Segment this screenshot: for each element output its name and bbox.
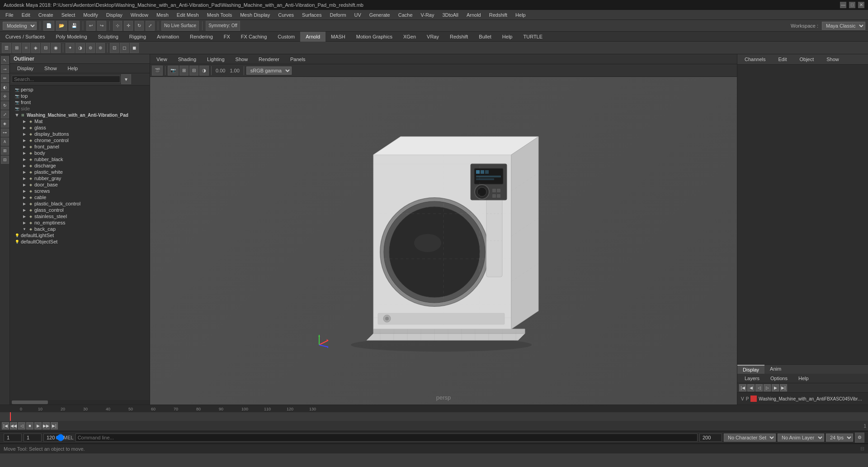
close-button[interactable]: ✕ — [858, 2, 864, 8]
scale-tool-button[interactable]: ⤢ — [146, 21, 155, 31]
tab-poly-modeling[interactable]: Poly Modeling — [50, 32, 92, 42]
play-forward-button[interactable]: ▶ — [34, 422, 42, 429]
layers-menu-help[interactable]: Help — [795, 375, 812, 382]
tree-item-chrome[interactable]: ▶ ◈ chrome_control — [10, 137, 150, 143]
menu-display[interactable]: Display — [103, 11, 126, 19]
tab-redshift[interactable]: Redshift — [444, 32, 473, 42]
tab-rigging[interactable]: Rigging — [124, 32, 151, 42]
object-tab[interactable]: Object — [796, 56, 817, 63]
outliner-scrollbar[interactable] — [10, 400, 150, 405]
rotate-tool2[interactable]: ↻ — [1, 101, 9, 110]
menu-surfaces[interactable]: Surfaces — [298, 11, 325, 19]
menu-3dtoall[interactable]: 3DtoAll — [439, 11, 462, 19]
snap-grid-button[interactable]: ⊞ — [12, 43, 21, 53]
no-live-surface-button[interactable]: No Live Surface — [161, 21, 199, 31]
vp-shade-button[interactable]: ◑ — [199, 66, 209, 76]
viewport-menu-show[interactable]: Show — [232, 56, 252, 63]
prefs-button[interactable]: ⚙ — [855, 433, 864, 443]
menu-arnold[interactable]: Arnold — [463, 11, 485, 19]
open-scene-button[interactable]: 📂 — [56, 21, 67, 31]
tab-turtle[interactable]: TURTLE — [518, 32, 548, 42]
menu-mesh[interactable]: Mesh — [153, 11, 172, 19]
tab-mash[interactable]: MASH — [326, 32, 351, 42]
tree-item-default-object-set[interactable]: 💡 defaultObjectSet — [10, 238, 150, 245]
outliner-menu-help[interactable]: Help — [64, 65, 82, 72]
tab-help[interactable]: Help — [497, 32, 518, 42]
redo-button[interactable]: ↪ — [97, 21, 106, 31]
vp-camera-button[interactable]: 📷 — [168, 66, 179, 76]
measure-tool[interactable]: ⊶ — [1, 129, 9, 137]
layer-nav-last[interactable]: ▶| — [780, 384, 787, 391]
tree-item-side[interactable]: 📷 side — [10, 105, 150, 112]
menu-modify[interactable]: Modify — [80, 11, 101, 19]
paint-tool[interactable]: ✏ — [1, 74, 9, 82]
menu-cache[interactable]: Cache — [395, 11, 416, 19]
snap-view-button[interactable]: ◉ — [51, 43, 61, 53]
tree-item-top[interactable]: 📷 top — [10, 93, 150, 99]
layers-menu-options[interactable]: Options — [767, 375, 791, 382]
snap-point-button[interactable]: ◈ — [31, 43, 40, 53]
move-tool-button[interactable]: ✛ — [124, 21, 133, 31]
outliner-scrollbar-thumb[interactable] — [12, 400, 48, 404]
menu-curves[interactable]: Curves — [274, 11, 297, 19]
fps-selector[interactable]: 24 fps — [826, 434, 853, 442]
tree-item-no-emptiness[interactable]: ▶ ◈ no_emptiness — [10, 219, 150, 226]
sym-button[interactable]: ⊜ — [86, 43, 95, 53]
show-tab[interactable]: Show — [823, 56, 843, 63]
viewport-menu-shading[interactable]: Shading — [175, 56, 200, 63]
step-forward-button[interactable]: ▶▶ — [42, 422, 50, 429]
tree-item-glass-control[interactable]: ▶ ◈ glass_control — [10, 207, 150, 213]
titlebar-controls[interactable]: — □ ✕ — [840, 2, 864, 8]
menu-select[interactable]: Select — [58, 11, 79, 19]
channels-tab[interactable]: Channels — [741, 56, 769, 63]
tree-item-door-base[interactable]: ▶ ◈ door_base — [10, 181, 150, 188]
tree-item-persp[interactable]: 📷 persp — [10, 86, 150, 93]
new-scene-button[interactable]: 📄 — [43, 21, 54, 31]
select-tool-button[interactable]: ⊹ — [113, 21, 122, 31]
playback-start-field[interactable]: 1 — [24, 434, 42, 442]
snap-tool[interactable]: ◈ — [1, 119, 9, 128]
viewport-menu-renderer[interactable]: Renderer — [255, 56, 283, 63]
tree-item-plastic-white[interactable]: ▶ ◈ plastic_white — [10, 169, 150, 175]
no-anim-layer-selector[interactable]: No Anim Layer — [778, 434, 824, 442]
tree-item-front[interactable]: 📷 front — [10, 99, 150, 105]
extra-tool2[interactable]: ⊟ — [1, 156, 9, 164]
search-options-button[interactable]: ▼ — [121, 74, 131, 84]
symmetry-button[interactable]: Symmetry: Off — [206, 21, 240, 31]
layer-nav-first[interactable]: |◀ — [739, 384, 746, 391]
transform-button[interactable]: ✦ — [66, 43, 75, 53]
current-frame-field[interactable]: 1 — [4, 434, 22, 442]
tree-item-main-group[interactable]: ▼ ⊞ Washing_Machine_with_an_Anti-Vibrati… — [10, 112, 150, 118]
go-to-end-button[interactable]: ▶| — [51, 422, 58, 429]
layers-menu-layers[interactable]: Layers — [741, 375, 763, 382]
snap-curve-button[interactable]: ⌗ — [22, 43, 30, 53]
workspace-selector[interactable]: Maya Classic — [822, 22, 865, 30]
layer-nav-prev[interactable]: ◀ — [747, 384, 755, 391]
timeline-body[interactable] — [0, 412, 868, 421]
tree-item-back-cap[interactable]: ▼ ◈ back_cap — [10, 226, 150, 232]
tab-sculpting[interactable]: Sculpting — [93, 32, 124, 42]
viewport-menu-lighting[interactable]: Lighting — [203, 56, 228, 63]
tree-item-mat[interactable]: ▶ ◈ Mat — [10, 118, 150, 124]
tree-item-cable[interactable]: ▶ ◈ cable — [10, 194, 150, 200]
command-input[interactable] — [75, 434, 698, 442]
tab-rendering[interactable]: Rendering — [184, 32, 218, 42]
tab-bullet[interactable]: Bullet — [473, 32, 497, 42]
tab-curves-surfaces[interactable]: Curves / Surfaces — [0, 32, 50, 42]
anim-tab[interactable]: Anim — [764, 365, 787, 374]
isolate-button[interactable]: ◼ — [130, 43, 139, 53]
lasso-tool[interactable]: ⊸ — [1, 65, 9, 73]
menu-file[interactable]: File — [2, 11, 17, 19]
display-tab[interactable]: Display — [737, 365, 764, 374]
vis-button[interactable]: ◻ — [120, 43, 129, 53]
menu-uv[interactable]: UV — [351, 11, 365, 19]
tab-vray[interactable]: VRay — [421, 32, 444, 42]
menu-create[interactable]: Create — [35, 11, 57, 19]
playback-end-field[interactable]: 200 — [699, 434, 722, 442]
tab-xgen[interactable]: XGen — [398, 32, 421, 42]
menu-redshift[interactable]: Redshift — [486, 11, 511, 19]
extra-tool1[interactable]: ⊞ — [1, 147, 9, 155]
layer-row[interactable]: V P Washing_Machine_with_an_AntiFBXASC04… — [739, 395, 866, 403]
maximize-button[interactable]: □ — [849, 2, 855, 8]
sculpt-tool[interactable]: ◐ — [1, 83, 9, 91]
